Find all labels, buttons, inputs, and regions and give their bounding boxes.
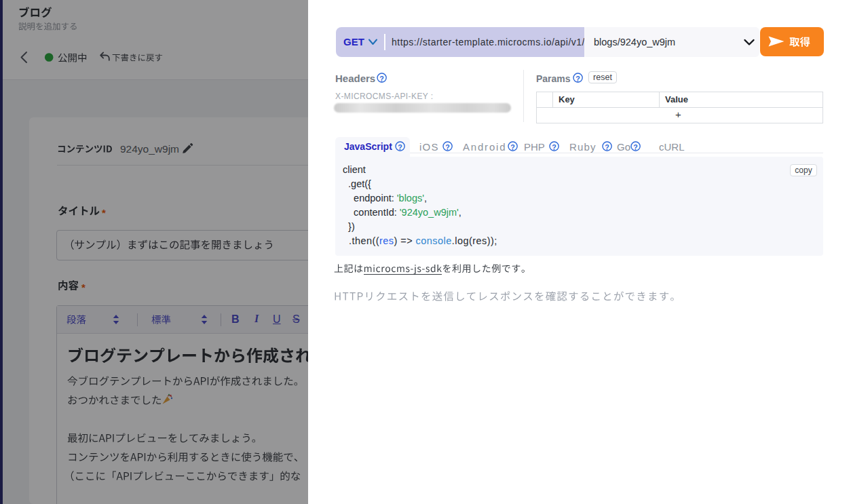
svg-text:?: ? — [398, 142, 403, 151]
svg-text:?: ? — [605, 142, 610, 151]
svg-text:?: ? — [511, 142, 516, 151]
svg-text:?: ? — [552, 142, 556, 151]
svg-text:?: ? — [379, 75, 384, 83]
svg-text:?: ? — [634, 142, 639, 151]
svg-text:?: ? — [446, 142, 451, 151]
svg-text:?: ? — [576, 74, 581, 82]
